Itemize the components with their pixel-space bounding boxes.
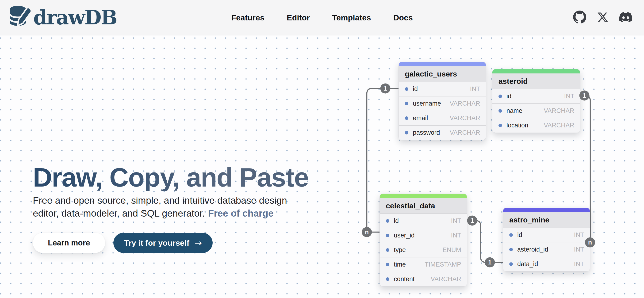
field-type: INT: [574, 260, 584, 268]
table-row: idINT: [503, 228, 590, 242]
field-type: INT: [451, 217, 462, 224]
table-row: emailVARCHAR: [399, 111, 486, 125]
field-name: username: [413, 100, 441, 107]
field-dot-icon: [509, 233, 513, 237]
table-name: asteroid: [492, 74, 580, 89]
table-name: galactic_users: [399, 66, 486, 82]
table-name: astro_mine: [503, 212, 590, 228]
hero-subtitle-line2: editor, data-modeler, and SQL generator.: [33, 208, 205, 219]
table-row: asteroid_idINT: [503, 242, 590, 257]
field-type: VARCHAR: [450, 114, 480, 122]
table-row: user_idINT: [380, 228, 467, 242]
table-accent-bar: [399, 62, 486, 66]
cardinality-badge: n: [362, 227, 372, 237]
field-dot-icon: [386, 234, 389, 237]
field-name: name: [506, 107, 522, 114]
nav-link-features[interactable]: Features: [231, 13, 264, 22]
try-it-button[interactable]: Try it for yourself →: [113, 233, 213, 253]
field-name: location: [506, 122, 528, 129]
hero-section: Draw, Copy, and Paste Free and open sour…: [0, 36, 644, 298]
main-nav: Features Editor Templates Docs: [231, 13, 413, 22]
learn-more-button[interactable]: Learn more: [33, 233, 105, 253]
arrow-right-icon: →: [194, 238, 202, 247]
field-type: TIMESTAMP: [424, 261, 461, 268]
field-name: id: [394, 217, 399, 224]
field-name: asteroid_id: [517, 246, 548, 253]
field-type: VARCHAR: [544, 122, 574, 129]
table-astro_mine: astro_mineidINTasteroid_idINTdata_idINT: [503, 208, 590, 272]
field-type: VARCHAR: [450, 129, 480, 136]
cardinality-badge: 1: [467, 216, 477, 226]
drawdb-logo-icon: [9, 5, 30, 30]
field-dot-icon: [509, 262, 513, 266]
table-row: contentVARCHAR: [380, 272, 467, 286]
x-icon: [597, 12, 608, 24]
field-name: id: [506, 93, 512, 100]
field-name: id: [413, 86, 418, 93]
field-type: VARCHAR: [431, 276, 461, 283]
cardinality-badge: n: [585, 238, 595, 248]
cardinality-badge: 1: [580, 90, 590, 101]
field-type: ENUM: [443, 246, 462, 254]
table-accent-bar: [503, 208, 590, 212]
free-of-charge-label: Free of charge: [208, 208, 274, 219]
table-row: usernameVARCHAR: [399, 96, 486, 111]
field-dot-icon: [405, 102, 408, 105]
field-dot-icon: [405, 131, 408, 134]
table-row: passwordVARCHAR: [399, 125, 486, 140]
field-type: INT: [451, 232, 462, 239]
table-celestial_data: celestial_dataidINTuser_idINTtypeENUMtim…: [380, 194, 467, 286]
field-dot-icon: [386, 263, 389, 266]
top-navbar: drawDB Features Editor Templates Docs: [0, 0, 644, 36]
brand-logo[interactable]: drawDB: [0, 5, 117, 30]
field-dot-icon: [509, 248, 513, 251]
relationship-line-celestial-astromine: [466, 220, 504, 262]
hero-subtitle: Free and open source, simple, and intuit…: [33, 194, 287, 220]
table-row: data_idINT: [503, 257, 590, 271]
field-name: user_id: [394, 232, 415, 239]
hero-subtitle-line1: Free and open source, simple, and intuit…: [33, 195, 287, 206]
field-name: password: [413, 129, 440, 136]
cta-row: Learn more Try it for yourself →: [33, 233, 213, 253]
try-it-label: Try it for yourself: [124, 238, 190, 248]
field-dot-icon: [498, 94, 502, 98]
field-type: INT: [574, 246, 584, 253]
field-type: INT: [574, 231, 584, 239]
social-link-x[interactable]: [597, 12, 608, 24]
field-name: id: [517, 231, 522, 239]
nav-link-docs[interactable]: Docs: [393, 13, 413, 22]
field-name: data_id: [517, 260, 538, 268]
field-name: time: [394, 261, 406, 268]
table-row: locationVARCHAR: [492, 118, 580, 132]
table-name: celestial_data: [380, 198, 467, 214]
field-name: content: [394, 276, 415, 283]
cardinality-badge: 1: [380, 84, 390, 94]
field-type: VARCHAR: [450, 100, 480, 107]
field-dot-icon: [498, 109, 502, 113]
field-dot-icon: [405, 116, 408, 120]
field-dot-icon: [386, 219, 389, 223]
field-type: VARCHAR: [544, 107, 574, 114]
discord-icon: [619, 10, 632, 25]
field-dot-icon: [405, 87, 408, 91]
github-icon: [573, 10, 586, 25]
table-accent-bar: [380, 194, 467, 198]
table-row: idINT: [399, 82, 486, 96]
social-link-github[interactable]: [573, 10, 586, 25]
nav-link-templates[interactable]: Templates: [332, 13, 371, 22]
field-dot-icon: [386, 248, 389, 252]
hero-title: Draw, Copy, and Paste: [33, 164, 308, 191]
field-name: type: [394, 246, 406, 254]
cardinality-badge: 1: [485, 258, 495, 268]
field-dot-icon: [386, 277, 389, 281]
nav-link-editor[interactable]: Editor: [287, 13, 310, 22]
table-row: idINT: [380, 214, 467, 228]
table-row: idINT: [492, 89, 580, 104]
field-name: email: [413, 114, 428, 122]
field-type: INT: [470, 86, 480, 93]
social-link-discord[interactable]: [619, 10, 632, 25]
field-dot-icon: [498, 124, 502, 127]
field-type: INT: [564, 93, 574, 100]
table-row: nameVARCHAR: [492, 104, 580, 118]
brand-name: drawDB: [33, 8, 117, 28]
